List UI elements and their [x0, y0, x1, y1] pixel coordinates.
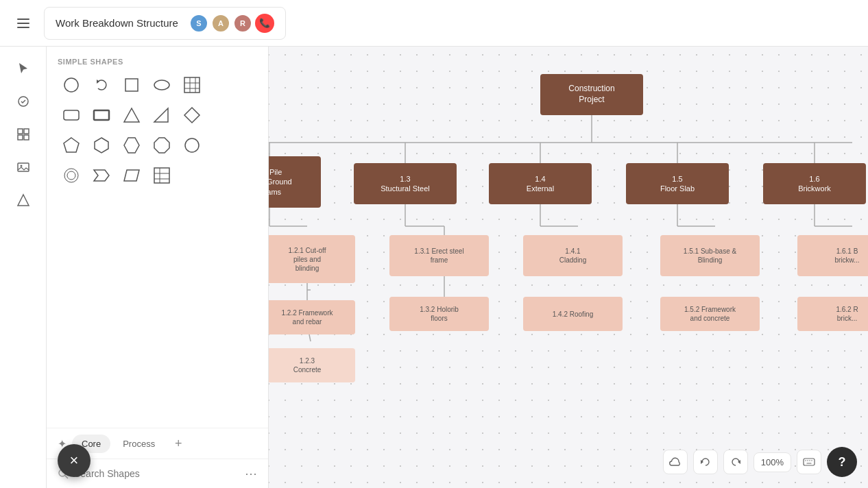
sidebar-image-icon[interactable] [10, 154, 37, 181]
svg-rect-13 [125, 79, 138, 91]
avatar-s: S [189, 14, 208, 33]
shape-hexagon2[interactable] [118, 132, 145, 159]
svg-rect-6 [18, 135, 23, 140]
svg-rect-2 [17, 27, 29, 28]
wbs-1-2-1[interactable]: 1.2.1 Cut-offpiles andblinding [259, 235, 355, 283]
sidebar-polygon-icon[interactable] [10, 186, 37, 214]
fab-add-button[interactable]: × [58, 444, 91, 477]
redo-button[interactable] [723, 450, 748, 474]
shape-chevron[interactable] [88, 162, 115, 189]
header: Work Breakdown Structure S A R 📞 [0, 0, 868, 47]
shape-octagon[interactable] [148, 132, 176, 159]
sidebar-shape-icon[interactable] [10, 88, 37, 115]
simple-shapes-label: SIMPLE SHAPES [47, 47, 268, 71]
shape-parallelogram[interactable] [118, 162, 145, 189]
shape-pentagon[interactable] [58, 132, 85, 159]
shape-right-triangle[interactable] [148, 101, 176, 129]
shape-circle2[interactable] [178, 132, 206, 159]
shape-rect-rounded[interactable] [58, 101, 85, 129]
cloud-save-button[interactable] [663, 450, 688, 474]
svg-point-30 [64, 169, 78, 182]
shape-double-ring[interactable] [58, 162, 85, 189]
avatar-group: S A R 📞 [189, 14, 274, 33]
sidebar-grid-icon[interactable] [10, 121, 37, 148]
shape-triangle[interactable] [118, 101, 145, 129]
shapes-grid [47, 71, 268, 197]
svg-marker-26 [95, 138, 108, 153]
shape-diamond[interactable] [178, 101, 206, 129]
search-input[interactable] [74, 468, 239, 479]
keyboard-button[interactable] [797, 450, 821, 474]
left-sidebar [0, 47, 47, 488]
svg-point-9 [20, 165, 22, 167]
svg-marker-28 [154, 138, 169, 153]
svg-marker-25 [64, 138, 79, 152]
avatar-a: A [211, 14, 230, 33]
svg-line-39 [65, 476, 68, 478]
wbs-1-2-2[interactable]: 1.2.2 Frameworkand rebar [259, 300, 355, 334]
wbs-1-5-2[interactable]: 1.5.2 Frameworkand concrete [660, 297, 760, 331]
svg-rect-20 [64, 110, 79, 120]
shape-table[interactable] [178, 71, 206, 99]
shape-rect-thick[interactable] [88, 101, 115, 129]
svg-rect-7 [24, 135, 29, 140]
svg-rect-15 [184, 77, 200, 93]
wbs-1-5[interactable]: 1.5Floor Slab [626, 163, 729, 204]
svg-marker-27 [124, 138, 139, 153]
search-more-button[interactable]: ⋯ [245, 466, 257, 481]
svg-marker-10 [18, 195, 29, 206]
shape-undo[interactable] [88, 71, 115, 99]
svg-marker-33 [124, 170, 139, 181]
svg-point-29 [185, 138, 199, 152]
bottom-bar: 100% ? [663, 447, 857, 477]
svg-marker-24 [184, 108, 200, 123]
svg-rect-4 [18, 129, 23, 134]
svg-point-14 [154, 80, 169, 90]
menu-button[interactable] [11, 11, 36, 36]
wbs-1-2-3[interactable]: 1.2.3Concrete [259, 348, 355, 382]
call-icon[interactable]: 📞 [255, 14, 274, 33]
svg-rect-5 [24, 129, 29, 134]
svg-point-31 [67, 171, 75, 180]
svg-rect-21 [94, 110, 109, 120]
svg-rect-0 [17, 19, 29, 20]
wbs-1-4-1[interactable]: 1.4.1Cladding [523, 235, 623, 276]
wbs-1-5-1[interactable]: 1.5.1 Sub-base &Blinding [660, 235, 760, 276]
document-title: Work Breakdown Structure [56, 17, 178, 29]
svg-rect-1 [17, 23, 29, 24]
svg-rect-66 [804, 459, 815, 465]
wbs-1-3-2[interactable]: 1.3.2 Holoribfloors [389, 297, 489, 331]
avatar-r: R [233, 14, 252, 33]
wbs-1-3[interactable]: 1.3Stuctural Steel [354, 163, 457, 204]
zoom-level[interactable]: 100% [754, 452, 791, 472]
tab-process[interactable]: Process [113, 435, 165, 453]
wbs-1-4[interactable]: 1.4External [489, 163, 592, 204]
svg-rect-34 [154, 168, 169, 183]
wbs-root[interactable]: ConstructionProject [540, 74, 643, 115]
shape-square[interactable] [118, 71, 145, 99]
svg-rect-8 [18, 163, 29, 171]
tab-add-button[interactable]: + [169, 434, 188, 453]
wbs-root-label: ConstructionProject [568, 84, 614, 105]
shape-hexagon[interactable] [88, 132, 115, 159]
svg-marker-22 [124, 108, 139, 122]
wbs-1-6[interactable]: 1.6Brickwork [763, 163, 866, 204]
wbs-1-6-1[interactable]: 1.6.1 Bbrickw... [797, 235, 868, 276]
undo-button[interactable] [693, 450, 718, 474]
wbs-1-4-2[interactable]: 1.4.2 Roofing [523, 297, 623, 331]
sidebar-cursor-icon[interactable] [10, 55, 37, 82]
wbs-1-6-2[interactable]: 1.6.2 Rbrick... [797, 297, 868, 331]
svg-marker-23 [154, 108, 168, 122]
shape-ellipse[interactable] [148, 71, 176, 99]
svg-point-11 [64, 78, 78, 92]
help-button[interactable]: ? [827, 447, 857, 477]
svg-marker-32 [94, 170, 109, 181]
title-bar: Work Breakdown Structure S A R 📞 [44, 7, 286, 40]
shape-grid2[interactable] [148, 162, 176, 189]
shapes-panel: SIMPLE SHAPES [47, 47, 269, 488]
wbs-1-3-1[interactable]: 1.3.1 Erect steelframe [389, 235, 489, 276]
shape-circle[interactable] [58, 71, 85, 99]
svg-marker-12 [97, 80, 99, 84]
